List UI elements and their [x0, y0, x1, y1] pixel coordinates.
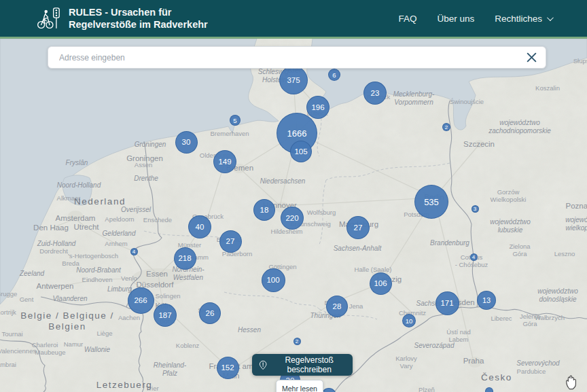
more-info-link[interactable]: Mehr lesen: [276, 380, 323, 392]
cluster-marker[interactable]: 28: [326, 296, 348, 317]
cluster-marker[interactable]: 13: [477, 291, 496, 310]
cluster-marker[interactable]: 27: [346, 216, 370, 239]
cluster-marker[interactable]: 40: [188, 215, 211, 238]
nav-item-faq[interactable]: FAQ: [398, 14, 416, 24]
cyclist-traffic-light-logo-icon: [36, 5, 62, 31]
cluster-marker[interactable]: 152: [217, 357, 239, 379]
pin-exclamation-icon: [259, 359, 267, 372]
cluster-marker[interactable]: 4: [470, 253, 478, 261]
cluster-marker[interactable]: 171: [435, 291, 459, 315]
app-root: Schleswig- HolsteinKielLübeckRostockMeck…: [0, 0, 587, 392]
cluster-marker[interactable]: 6: [328, 69, 340, 81]
cluster-marker[interactable]: 100: [262, 268, 285, 292]
cluster-marker[interactable]: 26: [199, 302, 221, 324]
cluster-marker[interactable]: 106: [370, 272, 392, 295]
cluster-marker[interactable]: 2: [442, 123, 450, 131]
cluster-marker[interactable]: [485, 387, 493, 392]
cluster-marker[interactable]: 5: [230, 115, 241, 126]
address-search-bar: [48, 46, 546, 69]
cluster-marker[interactable]: 10: [402, 314, 416, 327]
cluster-marker[interactable]: 18: [253, 199, 275, 221]
address-search-input[interactable]: [58, 52, 526, 63]
cluster-marker[interactable]: 196: [306, 96, 330, 119]
cluster-marker[interactable]: 218: [174, 247, 196, 270]
cluster-marker[interactable]: 27: [219, 230, 242, 253]
cluster-marker[interactable]: 3: [472, 205, 479, 213]
cluster-marker[interactable]: 149: [213, 150, 236, 173]
nav-item-ueber-uns[interactable]: Über uns: [437, 14, 474, 24]
report-violation-button[interactable]: Regelverstoß beschreiben: [252, 354, 353, 376]
main-nav: FAQ Über uns Rechtliches: [398, 14, 552, 24]
clear-search-button[interactable]: [526, 52, 537, 63]
cluster-marker[interactable]: 220: [281, 207, 304, 230]
close-icon: [526, 52, 537, 63]
chevron-down-icon: [547, 14, 554, 21]
cluster-marker[interactable]: 4: [130, 248, 138, 255]
nav-item-rechtliches[interactable]: Rechtliches: [495, 14, 552, 24]
page-title: RULES - Ursachen für Regelverstöße im Ra…: [69, 6, 208, 31]
cluster-marker[interactable]: 2: [294, 338, 301, 345]
cluster-marker[interactable]: 535: [414, 185, 448, 219]
cluster-marker[interactable]: 105: [290, 141, 312, 162]
app-header: RULES - Ursachen für Regelverstöße im Ra…: [0, 0, 587, 39]
cluster-marker[interactable]: [321, 388, 336, 392]
cluster-marker[interactable]: 23: [363, 82, 387, 105]
cluster-marker[interactable]: 187: [154, 304, 177, 327]
cluster-marker[interactable]: 266: [128, 287, 154, 314]
cluster-marker[interactable]: 30: [175, 131, 198, 154]
cluster-marker[interactable]: 375: [279, 66, 308, 94]
